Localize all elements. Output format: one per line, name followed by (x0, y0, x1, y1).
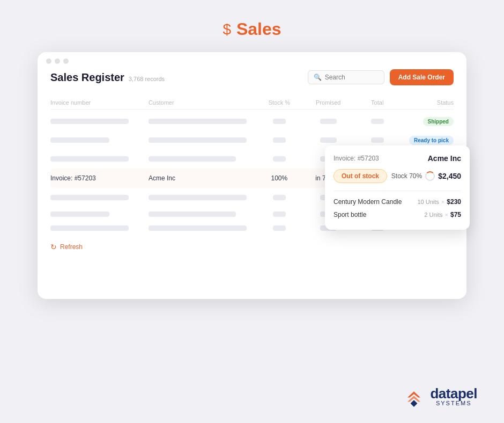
status-badge-ready: Ready to pick (409, 136, 454, 145)
item-qty-0: 10 Units (418, 199, 439, 205)
dollar-icon: $ (223, 21, 231, 38)
popup-divider (333, 191, 461, 191)
item-name-1: Sport bottle (333, 211, 366, 218)
item-x-1: × (445, 212, 448, 218)
page-title: Sales (236, 19, 281, 39)
register-title-group: Sales Register 3,768 records (50, 71, 165, 84)
browser-window: Sales Register 3,768 records 🔍 Add Sale … (38, 52, 466, 299)
item-price-0: $230 (447, 198, 461, 206)
customer-cell: Acme Inc (149, 174, 257, 182)
add-sale-order-button[interactable]: Add Sale Order (390, 69, 454, 85)
refresh-label: Refresh (60, 243, 83, 251)
popup-item-row: Century Modern Candle 10 Units × $230 (333, 195, 461, 208)
item-price-group-0: 10 Units × $230 (418, 198, 462, 206)
item-price-1: $75 (450, 211, 461, 218)
col-promised: Promised (301, 99, 355, 106)
datapel-logo: datapel SYSTEMS (403, 385, 477, 407)
col-invoice-number: Invoice number (50, 99, 149, 106)
refresh-row[interactable]: ↻ Refresh (38, 243, 466, 251)
register-count: 3,768 records (129, 76, 165, 82)
refresh-icon: ↻ (50, 243, 57, 251)
browser-dot-3 (63, 59, 69, 64)
browser-dot-2 (55, 59, 60, 64)
popup-status-badge: Out of stock (333, 169, 387, 183)
status-badge-shipped: Shipped (423, 117, 454, 126)
item-price-group-1: 2 Units × $75 (424, 211, 461, 218)
item-x-0: × (441, 199, 444, 205)
svg-marker-2 (411, 400, 418, 407)
table-header: Invoice number Customer Stock % Promised… (50, 96, 454, 110)
datapel-logo-icon (403, 385, 425, 407)
register-header: Sales Register 3,768 records 🔍 Add Sale … (50, 69, 454, 85)
popup-total: $2,450 (438, 172, 461, 180)
col-stock: Stock % (257, 99, 301, 106)
search-input[interactable] (325, 74, 379, 81)
search-icon: 🔍 (314, 74, 322, 81)
popup-status-row: Out of stock Stock 70% $2,450 (333, 169, 461, 183)
col-total: Total (355, 99, 399, 106)
item-qty-1: 2 Units (424, 212, 442, 218)
popup-card: Invoice: #57203 Acme Inc Out of stock St… (325, 145, 470, 230)
stock-cell: 100% (257, 174, 301, 182)
datapel-name: datapel (430, 386, 477, 400)
popup-header: Invoice: #57203 Acme Inc (333, 154, 461, 163)
popup-customer: Acme Inc (428, 154, 461, 163)
search-box[interactable]: 🔍 (308, 70, 384, 84)
col-customer: Customer (149, 99, 257, 106)
browser-bar (38, 52, 466, 69)
popup-item-row: Sport bottle 2 Units × $75 (333, 208, 461, 221)
loading-spinner (425, 171, 435, 181)
popup-stock-label: Stock 70% (391, 172, 422, 180)
register-actions: 🔍 Add Sale Order (308, 69, 454, 85)
col-status: Status (399, 99, 454, 106)
popup-invoice: Invoice: #57203 (333, 155, 379, 162)
register-title: Sales Register (50, 71, 124, 84)
datapel-systems: SYSTEMS (430, 400, 477, 406)
table-row: Shipped (50, 112, 454, 130)
item-name-0: Century Modern Candle (333, 198, 402, 206)
popup-stock-info: Stock 70% $2,450 (391, 171, 461, 181)
datapel-text: datapel SYSTEMS (430, 386, 477, 406)
page-header: $ Sales (223, 19, 281, 39)
table-container: Invoice number Customer Stock % Promised… (50, 96, 454, 235)
sales-content: Sales Register 3,768 records 🔍 Add Sale … (38, 69, 466, 235)
browser-dot-1 (46, 59, 51, 64)
invoice-cell: Invoice: #57203 (50, 174, 149, 182)
